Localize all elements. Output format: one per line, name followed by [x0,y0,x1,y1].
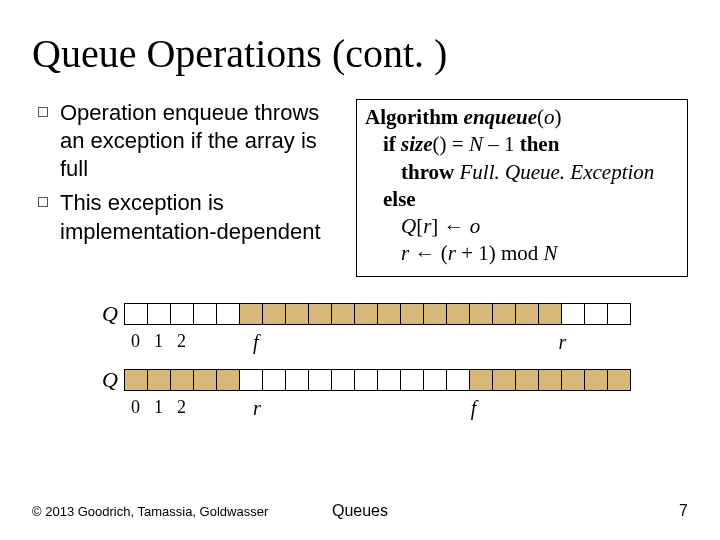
algo-plus: + 1) mod [456,241,544,265]
algo-r: r [448,241,456,265]
algo-bracket-close: ] ← [431,214,470,238]
bullet-text: Operation enqueue throws an exception if… [60,99,342,183]
axis-tick: 1 [147,397,170,418]
slide-footer: © 2013 Goodrich, Tamassia, Goldwasser Qu… [32,502,688,520]
array-cell [469,303,493,325]
list-item: This exception is implementation-depende… [32,189,342,245]
array-label-q: Q [92,367,118,393]
array-cell [308,369,332,391]
array-cell [377,369,401,391]
array-cell [446,303,470,325]
array-cell [285,369,309,391]
array-axis-1: 0 1 2 f r [124,331,688,353]
algo-then: then [520,132,560,156]
bullet-square-icon [38,107,48,117]
array-cell [239,369,263,391]
array-cell [170,303,194,325]
algo-N: N [544,241,558,265]
array-cell [193,303,217,325]
array-cell [354,369,378,391]
array-cell [308,303,332,325]
list-item: Operation enqueue throws an exception if… [32,99,342,183]
array-cell [147,369,171,391]
array-row: Q [92,367,688,393]
copyright-text: © 2013 Goodrich, Tamassia, Goldwasser [32,504,268,519]
axis-tick: 0 [124,397,147,418]
array-label-q: Q [92,301,118,327]
array-cell [239,303,263,325]
axis-tick: 0 [124,331,147,352]
bullet-text: This exception is implementation-depende… [60,189,342,245]
algo-exception: Full. Queue. Exception [460,160,655,184]
algo-keyword: Algorithm [365,105,458,129]
array-cells-1 [124,303,631,325]
axis-pointer-r: r [559,331,567,354]
algo-arrow: ← ( [409,241,448,265]
axis-tick: 2 [170,397,193,418]
footer-center: Queues [332,502,388,520]
array-cell [561,369,585,391]
array-cell [423,303,447,325]
algo-if: if [383,132,396,156]
array-cells-2 [124,369,631,391]
array-cell [331,303,355,325]
axis-pointer-f: f [253,331,259,354]
algo-throw: throw [401,160,454,184]
array-cell [262,303,286,325]
algo-minus: – 1 [483,132,520,156]
algo-N: N [469,132,483,156]
axis-tick: 2 [170,331,193,352]
array-cell [446,369,470,391]
array-cell [377,303,401,325]
array-cell [515,303,539,325]
bullet-square-icon [38,197,48,207]
algo-fn-name: enqueue [464,105,538,129]
array-cell [469,369,493,391]
algo-eq: () = [433,132,464,156]
algo-Q: Q [401,214,416,238]
array-cell [216,303,240,325]
array-cell [124,369,148,391]
array-cell [147,303,171,325]
array-cell [584,303,608,325]
array-cell [492,303,516,325]
array-cell [492,369,516,391]
axis-tick: 1 [147,331,170,352]
array-cell [538,369,562,391]
array-cell [584,369,608,391]
array-cell [354,303,378,325]
array-cell [170,369,194,391]
array-cell [515,369,539,391]
array-cell [285,303,309,325]
bullet-list: Operation enqueue throws an exception if… [32,99,342,252]
algo-size: size [401,132,433,156]
array-cell [216,369,240,391]
array-cell [538,303,562,325]
axis-pointer-r: r [253,397,261,420]
page-title: Queue Operations (cont. ) [32,30,688,77]
array-cell [561,303,585,325]
array-row: Q [92,301,688,327]
array-axis-2: 0 1 2 r f [124,397,688,419]
array-cell [400,369,424,391]
array-cell [331,369,355,391]
array-cell [423,369,447,391]
array-cell [193,369,217,391]
content-row: Operation enqueue throws an exception if… [32,99,688,277]
algo-o: o [470,214,481,238]
array-cell [607,369,631,391]
array-cell [262,369,286,391]
algo-r: r [401,241,409,265]
array-cell [124,303,148,325]
algorithm-box: Algorithm enqueue(o) if size() = N – 1 t… [356,99,688,277]
axis-pointer-f: f [471,397,477,420]
algo-arg: o [544,105,555,129]
page-number: 7 [679,502,688,520]
array-cell [400,303,424,325]
algo-else: else [383,187,416,211]
array-diagrams: Q 0 1 2 f r Q 0 1 2 r f [32,301,688,419]
array-cell [607,303,631,325]
